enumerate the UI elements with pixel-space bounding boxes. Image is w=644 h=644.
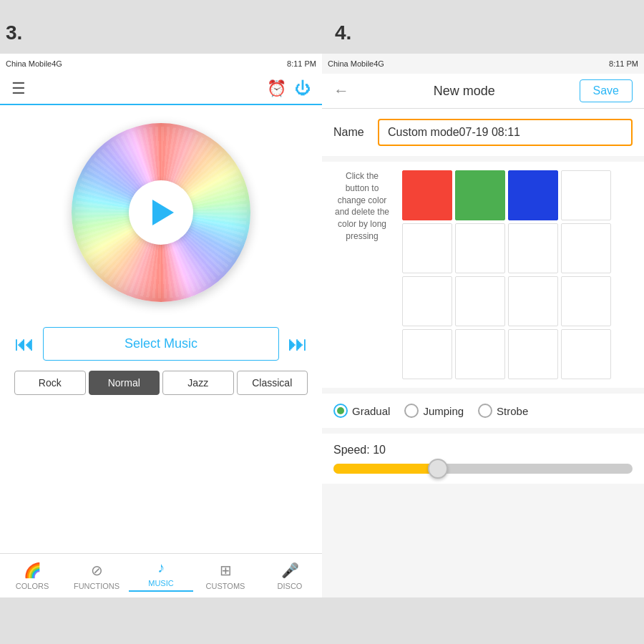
tab-disco[interactable]: 🎤 DISCO	[258, 554, 322, 597]
genre-tab-classical[interactable]: Classical	[237, 371, 308, 395]
customs-icon: ⊞	[220, 562, 232, 579]
vinyl-disc	[72, 123, 250, 302]
genre-tab-rock[interactable]: Rock	[14, 371, 86, 395]
color-cell-green[interactable]	[455, 170, 505, 220]
disco-label: DISCO	[278, 582, 303, 590]
strobe-radio[interactable]	[478, 404, 492, 418]
color-section: Click the button to change color and del…	[322, 162, 644, 388]
jumping-label: Jumping	[423, 405, 464, 417]
power-icon[interactable]: ⏻	[295, 79, 311, 98]
right-carrier: China Mobile4G	[328, 59, 384, 68]
hamburger-icon[interactable]: ☰	[11, 79, 26, 98]
color-instruction: Click the button to change color and del…	[333, 170, 391, 243]
color-grid	[402, 170, 611, 379]
color-cell-empty-1[interactable]	[561, 170, 611, 220]
music-label: MUSIC	[148, 579, 173, 587]
genre-tab-jazz[interactable]: Jazz	[162, 371, 234, 395]
color-cell-empty-4[interactable]	[508, 223, 558, 273]
jumping-radio[interactable]	[404, 404, 419, 418]
tab-functions[interactable]: ⊘ FUNCTIONS	[64, 554, 129, 597]
colors-icon: 🌈	[24, 562, 42, 579]
customs-label: CUSTOMS	[206, 582, 245, 590]
disc-area	[68, 119, 254, 306]
tab-music[interactable]: ♪ MUSIC	[129, 554, 193, 597]
bottom-tab-bar: 🌈 COLORS ⊘ FUNCTIONS ♪ MUSIC ⊞ CUSTOMS 🎤	[0, 553, 322, 597]
speed-slider-fill	[333, 464, 438, 474]
color-cell-blue[interactable]	[508, 170, 558, 220]
music-underline	[129, 590, 193, 592]
color-cell-red[interactable]	[402, 170, 452, 220]
color-cell-empty-5[interactable]	[561, 223, 611, 273]
speed-slider-track[interactable]	[333, 464, 633, 474]
select-music-button[interactable]: Select Music	[43, 327, 279, 361]
left-time: 8:11 PM	[287, 59, 316, 68]
new-mode-title: New mode	[434, 84, 495, 99]
strobe-label: Strobe	[497, 405, 528, 417]
strobe-option[interactable]: Strobe	[478, 404, 528, 418]
right-time: 8:11 PM	[609, 59, 638, 68]
genre-tabs: Rock Normal Jazz Classical	[0, 371, 322, 395]
speed-row: Speed: 10	[322, 434, 644, 484]
step4-label: 4.	[335, 21, 351, 44]
color-cell-empty-8[interactable]	[508, 276, 558, 326]
color-cell-empty-12[interactable]	[508, 329, 558, 379]
mode-row: Gradual Jumping Strobe	[322, 394, 644, 428]
step3-label: 3.	[6, 21, 22, 44]
right-status-bar: China Mobile4G 8:11 PM	[322, 54, 644, 74]
rewind-button[interactable]: ⏮	[14, 332, 34, 356]
color-cell-empty-3[interactable]	[455, 223, 505, 273]
tab-customs[interactable]: ⊞ CUSTOMS	[193, 554, 258, 597]
music-controls: ⏮ Select Music ⏭	[0, 327, 322, 361]
gradual-label: Gradual	[352, 405, 390, 417]
color-cell-empty-6[interactable]	[402, 276, 452, 326]
functions-label: FUNCTIONS	[74, 582, 119, 590]
disc-center[interactable]	[129, 180, 193, 245]
play-icon[interactable]	[152, 200, 174, 225]
left-carrier: China Mobile4G	[6, 59, 62, 68]
right-header: ← New mode Save	[322, 74, 644, 109]
name-input[interactable]	[378, 119, 633, 146]
right-panel: China Mobile4G 8:11 PM ← New mode Save N…	[322, 54, 644, 597]
music-icon: ♪	[157, 560, 165, 576]
color-cell-empty-7[interactable]	[455, 276, 505, 326]
speed-label: Speed: 10	[333, 444, 633, 457]
header-icons: ⏰ ⏻	[267, 79, 311, 98]
color-cell-empty-11[interactable]	[455, 329, 505, 379]
forward-button[interactable]: ⏭	[288, 332, 308, 356]
save-button[interactable]: Save	[580, 79, 633, 102]
name-row: Name	[322, 109, 644, 156]
color-cell-empty-10[interactable]	[402, 329, 452, 379]
left-app-header: ☰ ⏰ ⏻	[0, 74, 322, 105]
gradual-radio[interactable]	[333, 404, 348, 418]
tab-colors[interactable]: 🌈 COLORS	[0, 554, 64, 597]
main-panels: 3. 4. China Mobile4G 8:11 PM ☰ ⏰ ⏻	[0, 0, 644, 644]
disco-icon: 🎤	[281, 562, 299, 579]
left-status-bar: China Mobile4G 8:11 PM	[0, 54, 322, 74]
color-cell-empty-9[interactable]	[561, 276, 611, 326]
jumping-option[interactable]: Jumping	[404, 404, 464, 418]
functions-icon: ⊘	[91, 562, 103, 579]
colors-label: COLORS	[16, 582, 49, 590]
genre-tab-normal[interactable]: Normal	[89, 371, 160, 395]
speed-slider-thumb[interactable]	[428, 459, 448, 479]
gradual-option[interactable]: Gradual	[333, 404, 390, 418]
back-arrow-icon[interactable]: ←	[333, 82, 349, 100]
left-panel: China Mobile4G 8:11 PM ☰ ⏰ ⏻ ⏮ Select Mu…	[0, 54, 322, 597]
name-label: Name	[333, 126, 369, 139]
alarm-icon[interactable]: ⏰	[267, 79, 286, 98]
color-cell-empty-13[interactable]	[561, 329, 611, 379]
color-cell-empty-2[interactable]	[402, 223, 452, 273]
